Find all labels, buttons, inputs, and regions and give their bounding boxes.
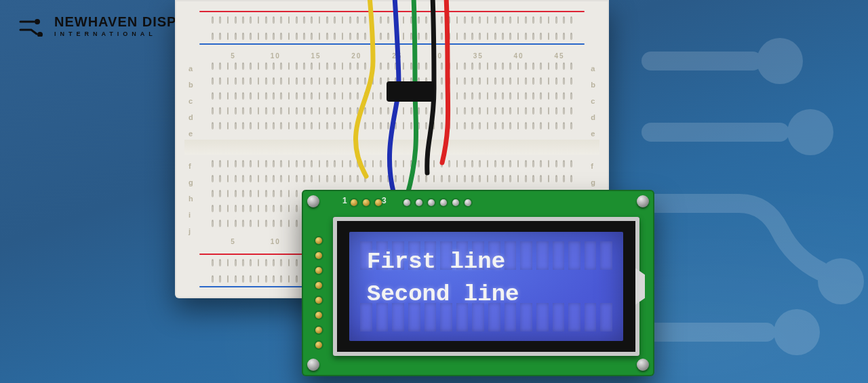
pcb-pads-side — [315, 237, 322, 348]
svg-point-1 — [787, 109, 833, 155]
pcb-pads-top — [351, 199, 382, 206]
product-photo: NEWHAVEN DISPLAY INTERNATIONAL 510152025… — [0, 0, 868, 383]
pin-label: 1 — [342, 197, 347, 205]
power-rail-top — [184, 4, 599, 52]
mounting-hole — [307, 359, 319, 371]
svg-point-5 — [37, 32, 43, 37]
svg-point-2 — [818, 258, 864, 304]
lcd-screen: First line Second line — [349, 232, 623, 341]
svg-point-0 — [757, 38, 803, 84]
pin-label: 3 — [382, 197, 387, 205]
bezel-tab — [635, 268, 645, 305]
center-channel — [184, 140, 599, 155]
pcb-pads-top — [403, 199, 471, 206]
terminal-strip-top — [184, 57, 599, 138]
mounting-hole — [307, 195, 319, 207]
mounting-hole — [637, 359, 649, 371]
rail-holes — [212, 33, 572, 39]
row-labels: fghij — [189, 163, 193, 235]
lcd-bezel: First line Second line — [333, 217, 639, 356]
svg-point-3 — [774, 309, 820, 355]
svg-point-4 — [35, 19, 40, 24]
lcd-text: First line Second line — [367, 245, 519, 310]
lcd-module: 1 3 6 First line Second line — [302, 190, 654, 376]
mounting-hole — [637, 195, 649, 207]
rail-holes — [212, 16, 572, 23]
circuit-icon — [19, 16, 47, 37]
